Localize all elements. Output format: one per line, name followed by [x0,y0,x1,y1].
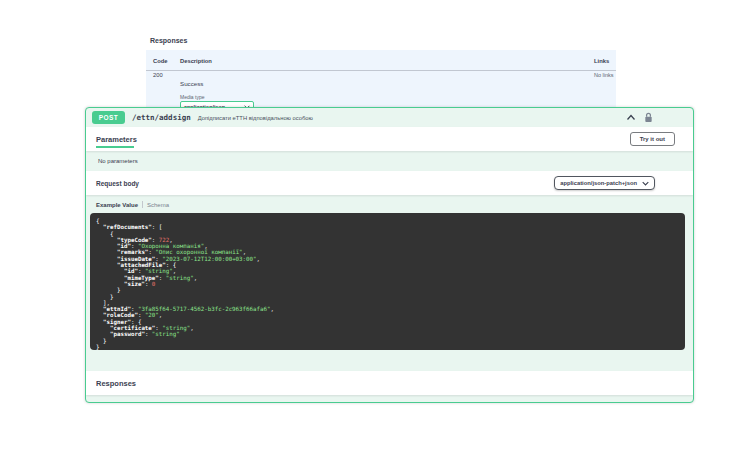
method-badge: POST [92,111,125,124]
response-description: Success [180,80,203,87]
operation-path: /ettn/addsign [132,113,191,122]
request-body-area: Example Value Schema { "refDocuments": [… [86,195,693,371]
response-code: 200 [153,72,163,78]
post-operation-panel: POST /ettn/addsign Допідписати еТТН відп… [85,107,694,403]
col-header-links: Links [594,58,609,64]
parameters-title: Parameters [96,135,137,144]
tab-divider [142,201,143,208]
request-body-title: Request body [96,180,139,187]
col-header-description: Description [180,58,212,64]
collapse-icon[interactable] [626,113,636,122]
media-type-label: Media type [180,94,204,100]
chevron-down-icon [642,181,649,186]
example-code: { "refDocuments": [ { "typeCode": 722, "… [90,213,685,350]
responses-table-header: Code Description Links [146,58,616,71]
no-parameters-text: No parameters [86,151,693,171]
tab-example-value[interactable]: Example Value [96,202,138,208]
operation-summary-text: Допідписати еТТН відповідальною особою [198,115,313,121]
panel-bottom-padding [86,395,693,402]
previous-operation-section: Responses Code Description Links 200 Suc… [142,0,620,112]
tab-schema[interactable]: Schema [147,202,169,208]
col-header-code: Code [153,58,168,64]
responses-heading: Responses [150,37,187,44]
responses-title: Responses [96,379,136,388]
try-it-out-button[interactable]: Try it out [630,132,675,146]
content-type-select[interactable]: application/json-patch+json [554,176,655,190]
operation-summary[interactable]: POST /ettn/addsign Допідписати еТТН відп… [86,108,693,127]
response-links: No links [594,72,614,78]
lock-icon[interactable] [644,112,653,123]
example-schema-tabs: Example Value Schema [96,201,693,208]
content-type-value: application/json-patch+json [560,180,637,186]
responses-table-area: Code Description Links 200 Success No li… [146,50,616,112]
